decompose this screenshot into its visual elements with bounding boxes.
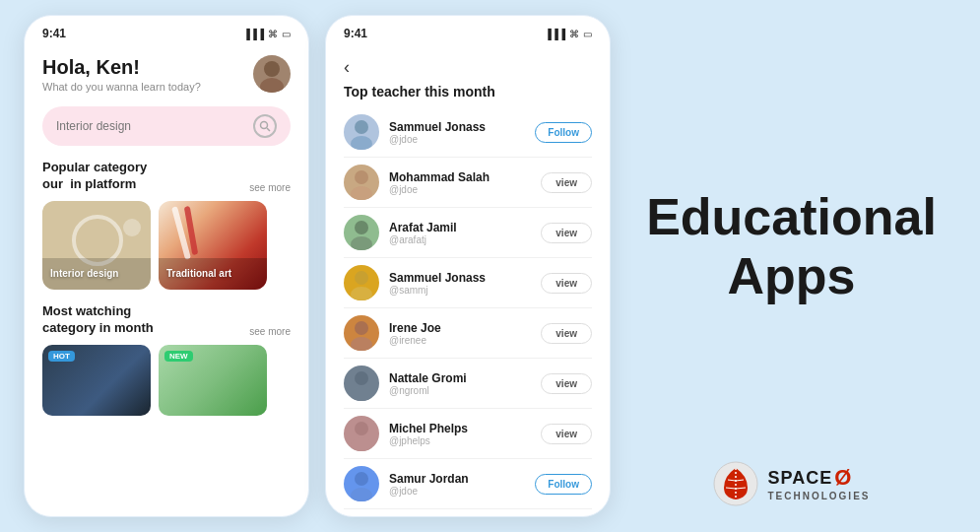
teacher-name-5: Irene Joe xyxy=(389,321,541,335)
phone-1-content: Hola, Ken! What do you wanna learn today… xyxy=(25,43,308,516)
teacher-handle-8: @jdoe xyxy=(389,486,535,497)
teacher-row: Mohammad Salah @jdoe view xyxy=(344,158,592,208)
view-button-6[interactable]: view xyxy=(541,373,592,394)
svg-point-9 xyxy=(351,236,372,250)
teacher-avatar-8 xyxy=(344,466,379,501)
teacher-row: Sammuel Jonass @sammj view xyxy=(344,258,592,308)
teacher-info-8: Samur Jordan @jdoe xyxy=(389,472,535,497)
view-button-7[interactable]: view xyxy=(541,424,592,444)
teacher-name-3: Arafat Jamil xyxy=(389,221,541,234)
teacher-list: Sammuel Jonass @jdoe Follow Mohammad Sal… xyxy=(344,107,592,509)
mw-card-hot[interactable]: HOT xyxy=(42,345,151,416)
category-cards: Interior design Traditional art xyxy=(42,201,291,290)
teacher-info-2: Mohammad Salah @jdoe xyxy=(389,170,541,195)
svg-point-2 xyxy=(261,122,268,129)
popular-section-header: Popular categoryour in platform see more xyxy=(42,160,291,193)
cat-label-interior-bg: Interior design xyxy=(42,258,151,290)
status-bar-1: 9:41 ▐▐▐ ⌘ ▭ xyxy=(25,16,308,43)
svg-point-7 xyxy=(351,186,372,200)
teacher-handle-5: @irenee xyxy=(389,335,541,346)
brand-logo: SPACE Ø TECHNOLOGIES xyxy=(712,460,870,507)
teacher-info-6: Nattale Gromi @ngroml xyxy=(389,371,541,396)
right-panel: EducationalApps SPACE Ø TECHNOLOGIES xyxy=(626,15,956,517)
teacher-row: Irene Joe @irenee view xyxy=(344,308,592,359)
cat-label-interior: Interior design xyxy=(50,268,118,279)
teacher-avatar-4 xyxy=(344,265,379,300)
phone-2-content: ‹ Top teacher this month Sammuel Jonass … xyxy=(326,43,610,516)
title-area: EducationalApps xyxy=(646,34,937,460)
teacher-handle-4: @sammj xyxy=(389,285,541,296)
status-bar-2: 9:41 ▐▐▐ ⌘ ▭ xyxy=(326,16,610,43)
teacher-row: Samur Jordan @jdoe Follow xyxy=(344,459,592,509)
view-button-3[interactable]: view xyxy=(541,223,592,243)
svg-point-14 xyxy=(355,371,368,385)
signal-icon-2: ▐▐▐ xyxy=(545,29,565,39)
status-icons-1: ▐▐▐ ⌘ ▭ xyxy=(243,29,291,39)
view-button-2[interactable]: view xyxy=(541,172,592,193)
teacher-row: Michel Phelps @jphelps view xyxy=(344,409,592,459)
brand-sub: TECHNOLOGIES xyxy=(767,491,870,501)
teacher-info-3: Arafat Jamil @arafatj xyxy=(389,221,541,245)
back-button[interactable]: ‹ xyxy=(344,57,592,78)
category-card-art[interactable]: Traditional art xyxy=(159,201,267,290)
teacher-row: Sammuel Jonass @jdoe Follow xyxy=(344,107,592,158)
time-1: 9:41 xyxy=(42,27,66,40)
greeting-heading: Hola, Ken! xyxy=(42,56,201,79)
teacher-name-6: Nattale Gromi xyxy=(389,371,541,385)
teacher-info-7: Michel Phelps @jphelps xyxy=(389,422,541,446)
teacher-avatar-6 xyxy=(344,366,379,401)
follow-button-1[interactable]: Follow xyxy=(535,122,592,143)
battery-icon-2: ▭ xyxy=(583,29,592,39)
teacher-avatar-3 xyxy=(344,215,379,250)
teacher-handle-7: @jphelps xyxy=(389,435,541,446)
search-icon xyxy=(253,114,277,138)
teacher-name-2: Mohammad Salah xyxy=(389,170,541,184)
teacher-info-4: Sammuel Jonass @sammj xyxy=(389,271,541,296)
brand-name: SPACE xyxy=(767,469,832,489)
teacher-avatar-5 xyxy=(344,315,379,351)
popular-see-more[interactable]: see more xyxy=(249,182,291,193)
svg-point-5 xyxy=(351,136,372,150)
svg-point-19 xyxy=(351,488,372,501)
most-watching-see-more[interactable]: see more xyxy=(249,326,291,337)
brand-zero: Ø xyxy=(834,466,851,490)
search-input[interactable] xyxy=(56,119,245,133)
most-watching-header: Most watchingcategory in month see more xyxy=(42,303,291,337)
teacher-row: Arafat Jamil @arafatj view xyxy=(344,208,592,258)
cat-label-art: Traditional art xyxy=(166,268,231,279)
teacher-handle-3: @arafatj xyxy=(389,234,541,245)
signal-icon: ▐▐▐ xyxy=(243,29,264,39)
svg-point-6 xyxy=(355,170,368,184)
teacher-info-1: Sammuel Jonass @jdoe xyxy=(389,120,535,145)
phone-2: 9:41 ▐▐▐ ⌘ ▭ ‹ Top teacher this month Sa… xyxy=(325,15,611,517)
greeting-subtitle: What do you wanna learn today? xyxy=(42,81,201,93)
teacher-row: Nattale Gromi @ngroml view xyxy=(344,359,592,409)
cat-label-art-bg: Traditional art xyxy=(159,258,267,290)
svg-point-0 xyxy=(264,61,280,77)
greeting-text: Hola, Ken! What do you wanna learn today… xyxy=(42,56,201,93)
greeting-row: Hola, Ken! What do you wanna learn today… xyxy=(42,55,291,93)
teacher-handle-6: @ngroml xyxy=(389,385,541,396)
status-icons-2: ▐▐▐ ⌘ ▭ xyxy=(545,29,592,39)
svg-point-11 xyxy=(351,287,372,300)
teacher-handle-1: @jdoe xyxy=(389,134,535,145)
wifi-icon: ⌘ xyxy=(268,29,278,39)
new-badge: NEW xyxy=(164,351,193,362)
view-button-4[interactable]: view xyxy=(541,273,592,294)
follow-button-8[interactable]: Follow xyxy=(535,474,592,495)
app-title: EducationalApps xyxy=(646,188,937,306)
search-bar[interactable] xyxy=(42,106,291,146)
svg-point-16 xyxy=(355,422,368,435)
top-teacher-title: Top teacher this month xyxy=(344,84,592,100)
brand-leaf-icon xyxy=(712,460,759,507)
svg-point-1 xyxy=(260,78,284,93)
category-card-interior[interactable]: Interior design xyxy=(42,201,151,290)
user-avatar xyxy=(253,55,291,93)
svg-line-3 xyxy=(267,128,270,131)
most-watching-title: Most watchingcategory in month xyxy=(42,303,154,337)
teacher-name-4: Sammuel Jonass xyxy=(389,271,541,285)
mw-card-new[interactable]: NEW xyxy=(159,345,267,416)
teacher-handle-2: @jdoe xyxy=(389,184,541,195)
view-button-5[interactable]: view xyxy=(541,323,592,344)
teacher-name-8: Samur Jordan xyxy=(389,472,535,486)
